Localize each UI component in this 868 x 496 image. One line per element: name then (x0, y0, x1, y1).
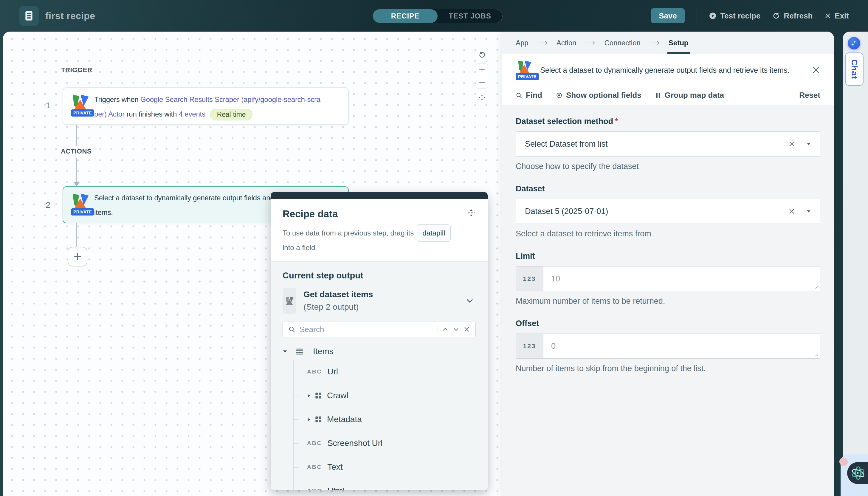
arrow-right-icon (650, 41, 660, 45)
caret-right-icon[interactable] (307, 394, 311, 398)
reset-view-button[interactable] (476, 49, 488, 61)
zoom-in-button[interactable] (476, 64, 488, 76)
datapill-metadata[interactable]: Metadata (294, 407, 476, 431)
app-logo[interactable] (19, 6, 39, 26)
add-step-button[interactable] (68, 247, 87, 266)
text-type-icon: ABC (307, 369, 322, 375)
limit-input[interactable] (543, 266, 820, 291)
zoom-group (476, 63, 488, 89)
text-type-icon: ABC (307, 464, 322, 470)
popup-title: Recipe data (283, 208, 338, 220)
text-type-icon: ABC (307, 488, 322, 490)
private-badge: PRIVATE (71, 208, 94, 216)
search-divider (437, 325, 438, 334)
search-input[interactable] (299, 325, 433, 334)
list-icon (295, 347, 304, 356)
panel-toolbar: Find Show optional fields Group map data… (502, 86, 834, 105)
fit-view-button[interactable] (476, 91, 488, 104)
play-circle-icon (709, 12, 717, 20)
show-optional-fields-button[interactable]: Show optional fields (556, 91, 641, 100)
ai-assistant-button[interactable] (848, 37, 860, 49)
pan-arrows-icon (478, 94, 486, 102)
search-prev-icon[interactable] (442, 326, 449, 332)
config-breadcrumb: App Action Connection Setup (502, 32, 834, 54)
test-recipe-button[interactable]: Test recipe (709, 11, 760, 20)
plus-icon (478, 66, 485, 73)
step-1-description: Triggers when Google Search Results Scra… (94, 92, 346, 121)
clear-icon[interactable] (788, 140, 795, 148)
datapill-html[interactable]: ABC Html (294, 479, 476, 490)
resize-handle-icon[interactable] (813, 352, 818, 356)
tab-recipe[interactable]: RECIPE (373, 9, 437, 23)
output-subtitle: (Step 2 output) (304, 302, 373, 312)
step-output-row[interactable]: Get dataset items (Step 2 output) (283, 288, 476, 314)
step-2-number: 2 (43, 200, 53, 210)
main-surface: TRIGGER 1 PRIVATE Triggers when Google S… (3, 32, 834, 496)
resize-handle-icon[interactable] (813, 284, 818, 289)
datapill-text[interactable]: ABC Text (294, 455, 476, 479)
reset-button[interactable]: Reset (799, 91, 820, 100)
limit-input-box: 123 (516, 266, 820, 291)
target-icon (556, 92, 562, 99)
setup-form: Dataset selection method* Select Dataset… (502, 105, 834, 496)
offset-input[interactable] (543, 334, 820, 358)
close-panel-icon[interactable] (811, 65, 820, 75)
apify-logo-gray-icon (285, 296, 294, 305)
refresh-button[interactable]: Refresh (772, 11, 812, 20)
app-header: first recipe RECIPE TEST JOBS Save Test … (0, 0, 868, 32)
chevron-down-icon[interactable] (466, 297, 474, 305)
drag-handle-icon[interactable] (467, 208, 476, 217)
field-help: Maximum number of items to be returned. (516, 297, 820, 306)
caret-right-icon[interactable] (307, 418, 311, 421)
events-link[interactable]: 4 events (179, 110, 205, 118)
datapill-url[interactable]: ABC Url (294, 360, 476, 384)
close-icon (824, 13, 831, 19)
caret-down-icon[interactable] (283, 349, 288, 354)
dataset-selection-method-select[interactable]: Select Dataset from list (516, 131, 820, 156)
datapill-crawl[interactable]: Crawl (294, 384, 476, 407)
datapill-screenshot-url[interactable]: ABC Screenshot Url (294, 431, 476, 455)
output-texts: Get dataset items (Step 2 output) (304, 290, 373, 312)
popup-drag-bar[interactable] (270, 192, 488, 199)
search-clear-icon[interactable] (464, 326, 470, 332)
chat-tab[interactable]: Chat (845, 52, 864, 86)
recipe-canvas[interactable]: TRIGGER 1 PRIVATE Triggers when Google S… (3, 32, 502, 496)
crumb-action[interactable]: Action (557, 32, 576, 54)
save-button[interactable]: Save (651, 8, 685, 23)
crumb-app[interactable]: App (516, 32, 528, 54)
search-next-icon[interactable] (453, 326, 459, 332)
tree-root-items[interactable]: Items (283, 343, 476, 360)
trigger-step-card[interactable]: PRIVATE Triggers when Google Search Resu… (63, 87, 349, 125)
crumb-setup[interactable]: Setup (669, 32, 688, 54)
caret-down-icon[interactable] (806, 209, 811, 214)
popup-header: Recipe data To use data from a previous … (270, 199, 488, 261)
private-badge: PRIVATE (71, 109, 94, 117)
caret-down-icon[interactable] (806, 142, 811, 146)
step-1-number: 1 (43, 101, 53, 110)
field-dataset: Dataset Dataset 5 (2025-07-01) Select a … (516, 184, 820, 238)
panel-app-icon: PRIVATE (516, 60, 533, 80)
atom-icon (851, 466, 866, 480)
zoom-out-button[interactable] (476, 76, 488, 88)
devtools-button[interactable] (847, 462, 868, 484)
arrow-right-icon (538, 41, 547, 45)
datapill-chip[interactable]: datapill (417, 224, 451, 242)
header-actions: Save Test recipe Refresh Exit (651, 0, 849, 32)
dataset-select[interactable]: Dataset 5 (2025-07-01) (516, 199, 820, 224)
tab-test-jobs[interactable]: TEST JOBS (437, 9, 502, 23)
trigger-section-label: TRIGGER (61, 66, 92, 74)
exit-button[interactable]: Exit (824, 11, 849, 20)
current-step-output-title: Current step output (283, 270, 476, 280)
actor-link[interactable]: Google Search Results Scraper (apify/goo… (140, 95, 321, 104)
popup-hint: To use data from a previous step, drag i… (283, 224, 476, 254)
header-divider (697, 9, 697, 22)
group-map-data-button[interactable]: Group map data (655, 91, 724, 100)
text-type-icon: ABC (307, 440, 322, 447)
find-button[interactable]: Find (516, 91, 542, 100)
crumb-connection[interactable]: Connection (604, 32, 640, 54)
connector-line (76, 158, 77, 183)
clear-icon[interactable] (788, 207, 795, 215)
field-dataset-selection-method: Dataset selection method* Select Dataset… (516, 117, 820, 171)
recipe-title: first recipe (45, 0, 95, 32)
actor-link-cont[interactable]: per) Actor (94, 110, 125, 118)
